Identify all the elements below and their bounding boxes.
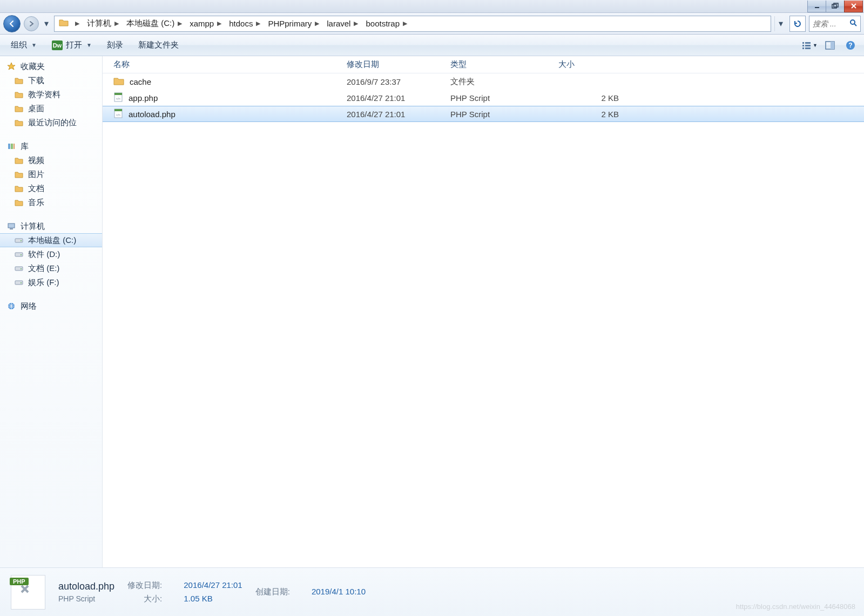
file-date: 2016/4/27 21:01 (347, 110, 450, 119)
details-modified-value: 2016/4/27 21:01 (184, 580, 242, 591)
file-name: app.php (129, 93, 158, 103)
minimize-button[interactable] (807, 1, 826, 12)
breadcrumb-label: xampp (190, 19, 214, 28)
sidebar-item-label: 图片 (28, 170, 44, 180)
file-size: 2 KB (558, 110, 623, 119)
burn-label: 刻录 (107, 40, 123, 50)
breadcrumb-item[interactable]: 计算机▶ (83, 16, 122, 31)
breadcrumb-label: htdocs (229, 19, 253, 28)
sidebar-libraries: 库 视频图片文档音乐 (0, 139, 102, 209)
breadcrumb[interactable]: ▶ 计算机▶本地磁盘 (C:)▶xampp▶htdocs▶PHPprimary▶… (54, 16, 771, 32)
details-size-label: 大小: (127, 594, 162, 604)
column-type[interactable]: 类型 (450, 59, 558, 70)
open-label: 打开 (66, 40, 82, 50)
drive-icon (14, 265, 24, 272)
chevron-right-icon: ▶ (217, 20, 221, 27)
svg-rect-2 (834, 3, 838, 7)
open-with-menu[interactable]: Dw 打开 ▼ (46, 37, 97, 53)
sidebar-item[interactable]: 音乐 (0, 195, 102, 209)
svg-rect-23 (15, 267, 23, 270)
sidebar-item[interactable]: 文档 (0, 181, 102, 195)
svg-point-20 (21, 240, 22, 241)
search-input[interactable] (813, 19, 849, 28)
sidebar-head-label: 计算机 (21, 221, 45, 232)
sidebar-item[interactable]: 本地磁盘 (C:) (0, 233, 102, 247)
sidebar-item[interactable]: 娱乐 (F:) (0, 275, 102, 289)
column-name[interactable]: 名称 (113, 59, 347, 70)
file-type: PHP Script (450, 110, 558, 119)
organize-menu[interactable]: 组织 ▼ (5, 37, 42, 53)
svg-rect-7 (805, 45, 811, 46)
new-folder-button[interactable]: 新建文件夹 (133, 37, 184, 53)
sidebar-item-label: 音乐 (28, 198, 44, 208)
breadcrumb-item[interactable]: laravel▶ (322, 16, 361, 31)
folder-icon (14, 119, 24, 126)
breadcrumb-item[interactable]: xampp▶ (185, 16, 225, 31)
sidebar-head-favorites[interactable]: 收藏夹 (0, 59, 102, 73)
svg-rect-4 (802, 42, 804, 44)
file-list-area: 名称 修改日期 类型 大小 cache2016/9/7 23:37文件夹</>a… (103, 56, 864, 567)
svg-rect-8 (802, 48, 804, 49)
nav-forward-button[interactable] (24, 16, 39, 31)
sidebar-network: 网络 (0, 299, 102, 313)
star-icon (6, 62, 16, 71)
svg-point-26 (21, 282, 22, 283)
network-icon (6, 302, 16, 310)
nav-history-dropdown[interactable]: ▾ (42, 18, 51, 29)
sidebar-item-label: 文档 (E:) (28, 263, 59, 274)
folder-icon (14, 199, 24, 206)
sidebar-item[interactable]: 视频 (0, 153, 102, 167)
drive-icon (14, 251, 24, 258)
sidebar-item[interactable]: 下载 (0, 73, 102, 87)
sidebar-item[interactable]: 文档 (E:) (0, 261, 102, 275)
folder-icon (59, 18, 69, 29)
breadcrumb-label: laravel (327, 19, 350, 28)
php-badge: PHP (10, 578, 29, 585)
svg-text:?: ? (848, 42, 852, 49)
breadcrumb-item[interactable]: htdocs▶ (225, 16, 264, 31)
sidebar-item-label: 视频 (28, 155, 44, 166)
nav-back-button[interactable] (3, 15, 21, 32)
burn-button[interactable]: 刻录 (102, 37, 129, 53)
php-file-icon: </> (113, 92, 123, 104)
maximize-button[interactable] (826, 1, 845, 12)
svg-text:</>: </> (116, 113, 121, 117)
sidebar-item[interactable]: 教学资料 (0, 87, 102, 101)
svg-rect-29 (114, 93, 122, 95)
svg-rect-19 (15, 239, 23, 242)
breadcrumb-root[interactable]: ▶ (55, 16, 83, 31)
sidebar-head-libraries[interactable]: 库 (0, 139, 102, 153)
sidebar-item[interactable]: 图片 (0, 167, 102, 181)
view-options-button[interactable]: ▼ (801, 37, 818, 53)
address-bar: ▾ ▶ 计算机▶本地磁盘 (C:)▶xampp▶htdocs▶PHPprimar… (0, 13, 864, 35)
column-size[interactable]: 大小 (558, 59, 623, 70)
search-box[interactable] (809, 16, 861, 32)
close-button[interactable] (844, 1, 863, 12)
file-row[interactable]: cache2016/9/7 23:37文件夹 (103, 73, 864, 90)
sidebar-head-network[interactable]: 网络 (0, 299, 102, 313)
breadcrumb-item[interactable]: 本地磁盘 (C:)▶ (122, 16, 185, 31)
details-grid: 修改日期: 2016/4/27 21:01 大小: 1.05 KB (127, 580, 242, 604)
column-date[interactable]: 修改日期 (347, 59, 450, 70)
address-dropdown[interactable]: ▾ (774, 16, 786, 31)
file-row[interactable]: </>autoload.php2016/4/27 21:01PHP Script… (103, 106, 864, 122)
file-row[interactable]: </>app.php2016/4/27 21:01PHP Script2 KB (103, 90, 864, 106)
svg-rect-25 (15, 281, 23, 285)
svg-rect-0 (815, 7, 819, 8)
breadcrumb-item[interactable]: bootstrap▶ (361, 16, 410, 31)
libraries-icon (6, 142, 16, 151)
folder-icon (113, 77, 124, 87)
refresh-button[interactable] (789, 16, 806, 32)
file-rows: cache2016/9/7 23:37文件夹</>app.php2016/4/2… (103, 73, 864, 567)
help-button[interactable]: ? (842, 37, 859, 53)
sidebar-item[interactable]: 桌面 (0, 101, 102, 116)
folder-icon (14, 105, 24, 112)
sidebar-item[interactable]: 最近访问的位 (0, 116, 102, 130)
chevron-right-icon: ▶ (354, 20, 358, 27)
sidebar-head-computer[interactable]: 计算机 (0, 219, 102, 233)
titlebar (0, 0, 864, 13)
breadcrumb-item[interactable]: PHPprimary▶ (264, 16, 322, 31)
chevron-right-icon: ▶ (114, 20, 119, 27)
preview-pane-button[interactable] (822, 37, 838, 53)
sidebar-item[interactable]: 软件 (D:) (0, 247, 102, 261)
